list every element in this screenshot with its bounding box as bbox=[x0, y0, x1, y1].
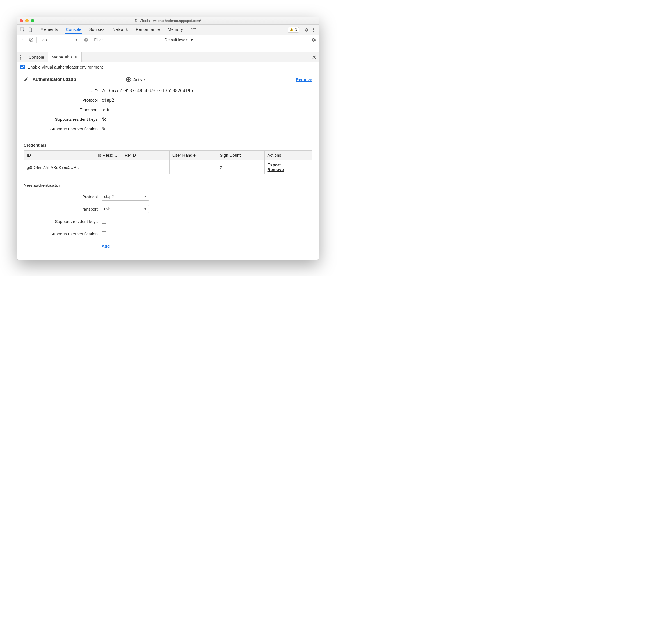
drawer-tab-label: Console bbox=[29, 55, 44, 60]
window-title: DevTools - webauthndemo.appspot.com/ bbox=[17, 19, 319, 23]
transport-value: usb bbox=[102, 107, 109, 112]
resident-checkbox[interactable] bbox=[102, 219, 106, 224]
active-radio[interactable]: Active bbox=[126, 77, 145, 82]
new-transport-label: Transport bbox=[24, 207, 102, 211]
main-tabbar: Elements Console Sources Network Perform… bbox=[17, 25, 319, 35]
console-toolbar: top ▼ Default levels ▼ bbox=[17, 35, 319, 45]
th-rp-id: RP ID bbox=[122, 150, 169, 160]
cred-user-handle bbox=[169, 160, 217, 175]
svg-point-11 bbox=[86, 39, 87, 41]
th-id: ID bbox=[24, 150, 95, 160]
svg-point-13 bbox=[20, 57, 21, 58]
svg-line-10 bbox=[30, 39, 32, 41]
live-expression-icon[interactable] bbox=[82, 38, 90, 42]
th-is-resident: Is Resid… bbox=[95, 150, 122, 160]
radio-icon bbox=[126, 77, 131, 82]
remove-credential-link[interactable]: Remove bbox=[267, 167, 309, 172]
th-user-handle: User Handle bbox=[169, 150, 217, 160]
protocol-select[interactable]: ctap2 ▼ bbox=[102, 193, 149, 201]
dropdown-arrow-icon: ▼ bbox=[144, 207, 147, 211]
play-icon[interactable] bbox=[19, 36, 26, 44]
new-userverif-label: Supports user verification bbox=[24, 231, 102, 236]
cred-actions: Export Remove bbox=[264, 160, 312, 175]
userverif-label: Supports user verification bbox=[24, 126, 102, 131]
remove-authenticator-link[interactable]: Remove bbox=[296, 77, 312, 82]
credentials-title: Credentials bbox=[24, 143, 312, 147]
uuid-value: 7cf6a7e2-0537-48c4-b9fe-f3653826d19b bbox=[102, 88, 193, 93]
transport-select[interactable]: usb ▼ bbox=[102, 205, 149, 213]
resident-label: Supports resident keys bbox=[24, 117, 102, 122]
clear-console-icon[interactable] bbox=[27, 36, 35, 44]
dropdown-arrow-icon: ▼ bbox=[75, 38, 78, 42]
issues-count: 3 bbox=[295, 27, 297, 32]
tab-console[interactable]: Console bbox=[65, 25, 82, 34]
export-link[interactable]: Export bbox=[267, 162, 309, 167]
authenticator-title: Authenticator 6d19b bbox=[32, 77, 76, 82]
console-settings-icon[interactable] bbox=[310, 36, 317, 44]
dropdown-arrow-icon: ▼ bbox=[144, 195, 147, 198]
dropdown-arrow-icon: ▼ bbox=[190, 38, 194, 42]
transport-select-value: usb bbox=[104, 207, 111, 211]
transport-label: Transport bbox=[24, 107, 102, 112]
svg-point-14 bbox=[20, 59, 21, 60]
drawer-tab-label: WebAuthn bbox=[52, 54, 72, 59]
more-menu-icon[interactable] bbox=[310, 26, 317, 33]
svg-rect-2 bbox=[30, 31, 31, 31]
enable-row: Enable virtual authenticator environment bbox=[17, 62, 319, 72]
credentials-table: ID Is Resid… RP ID User Handle Sign Coun… bbox=[24, 150, 312, 175]
drawer-menu-icon[interactable] bbox=[17, 55, 25, 60]
enable-label: Enable virtual authenticator environment bbox=[27, 65, 103, 69]
filter-input[interactable] bbox=[92, 37, 160, 43]
webauthn-panel: Authenticator 6d19b Active Remove UUID7c… bbox=[17, 72, 319, 259]
tab-elements[interactable]: Elements bbox=[40, 25, 59, 34]
protocol-value: ctap2 bbox=[102, 98, 114, 103]
tab-sources[interactable]: Sources bbox=[89, 25, 105, 34]
enable-checkbox[interactable] bbox=[20, 65, 25, 69]
svg-point-5 bbox=[313, 27, 314, 29]
close-tab-icon[interactable]: ✕ bbox=[74, 55, 77, 59]
authenticator-details: UUID7cf6a7e2-0537-48c4-b9fe-f3653826d19b… bbox=[24, 88, 312, 136]
svg-rect-3 bbox=[292, 29, 292, 30]
userverif-value: No bbox=[102, 126, 107, 132]
issues-badge[interactable]: 3 bbox=[288, 27, 299, 32]
new-auth-title: New authenticator bbox=[24, 183, 312, 188]
titlebar: DevTools - webauthndemo.appspot.com/ bbox=[17, 17, 319, 25]
tab-memory[interactable]: Memory bbox=[167, 25, 184, 34]
cred-is-resident bbox=[95, 160, 122, 175]
protocol-label: Protocol bbox=[24, 98, 102, 102]
svg-point-6 bbox=[313, 29, 314, 30]
drawer-tabbar: Console WebAuthn ✕ ✕ bbox=[17, 52, 319, 62]
levels-label: Default levels bbox=[165, 38, 188, 42]
tab-network[interactable]: Network bbox=[112, 25, 129, 34]
log-levels-selector[interactable]: Default levels ▼ bbox=[165, 38, 194, 42]
new-protocol-label: Protocol bbox=[24, 194, 102, 199]
context-selector[interactable]: top ▼ bbox=[39, 37, 81, 43]
table-row: gi9DBsn77iLAXdK7es5UR… 2 Export Remove bbox=[24, 160, 312, 175]
device-toolbar-icon[interactable] bbox=[26, 26, 34, 34]
active-label: Active bbox=[133, 77, 145, 82]
th-sign-count: Sign Count bbox=[217, 150, 264, 160]
cred-sign-count: 2 bbox=[217, 160, 264, 175]
tab-performance[interactable]: Performance bbox=[135, 25, 161, 34]
resident-value: No bbox=[102, 117, 107, 122]
add-authenticator-link[interactable]: Add bbox=[102, 244, 110, 249]
uuid-label: UUID bbox=[24, 88, 102, 93]
cred-rp-id bbox=[122, 160, 169, 175]
devtools-window: DevTools - webauthndemo.appspot.com/ Ele… bbox=[17, 17, 319, 259]
userverif-checkbox[interactable] bbox=[102, 231, 106, 236]
inspect-element-icon[interactable] bbox=[19, 26, 26, 34]
svg-rect-4 bbox=[292, 30, 292, 31]
main-tabs: Elements Console Sources Network Perform… bbox=[40, 25, 197, 34]
close-drawer-icon[interactable]: ✕ bbox=[309, 54, 319, 61]
new-resident-label: Supports resident keys bbox=[24, 219, 102, 224]
more-tabs-icon[interactable] bbox=[190, 25, 197, 34]
new-authenticator-section: New authenticator Protocol ctap2 ▼ Trans… bbox=[24, 183, 312, 252]
edit-icon[interactable] bbox=[24, 77, 29, 82]
protocol-select-value: ctap2 bbox=[104, 194, 114, 199]
drawer-tab-console[interactable]: Console bbox=[25, 52, 48, 62]
authenticator-header: Authenticator 6d19b Active Remove bbox=[24, 77, 312, 82]
settings-icon[interactable] bbox=[303, 26, 310, 33]
cred-id: gi9DBsn77iLAXdK7es5UR… bbox=[24, 160, 95, 175]
drawer-tab-webauthn[interactable]: WebAuthn ✕ bbox=[48, 52, 82, 62]
context-value: top bbox=[41, 38, 47, 42]
